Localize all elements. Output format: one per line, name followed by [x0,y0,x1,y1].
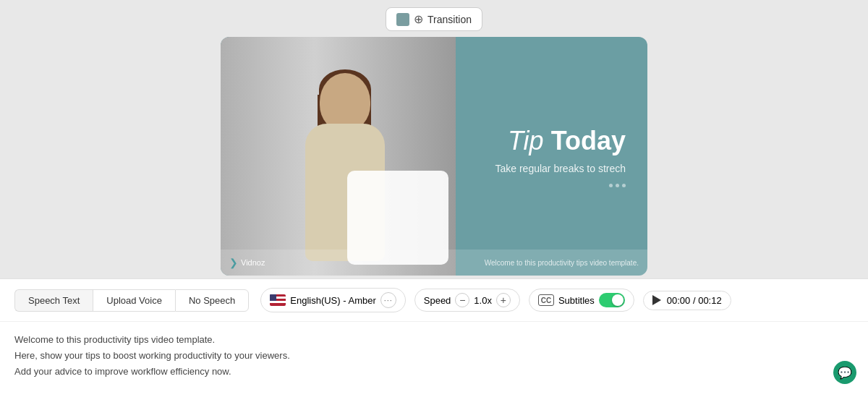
transition-button[interactable]: ⊕ Transition [386,7,482,31]
tip-italic: Tip [508,126,544,155]
brand-logo: ❯ Vidnoz [229,257,265,268]
transition-color-swatch [396,13,409,26]
speed-increase-button[interactable]: + [496,293,511,307]
preview-caption: Welcome to this productivity tips video … [485,259,639,267]
text-line-2: Here, show your tips to boost working pr… [14,348,854,364]
transition-arrow-icon: ⊕ [414,12,423,26]
subtitles-control: CC Subtitles [529,289,634,312]
slide-subtitle: Take regular breaks to strech [495,162,626,176]
tab-upload-voice[interactable]: Upload Voice [93,289,175,312]
dot-1 [609,184,613,187]
tip-title: Tip Today [495,125,626,156]
more-dots-icon: ··· [384,296,393,304]
speed-control: Speed − 1.0x + [414,289,520,312]
controls-group: English(US) - Amber ··· Speed − 1.0x + C… [260,288,731,312]
text-line-1: Welcome to this productivity tips video … [14,332,854,348]
cc-icon: CC [538,294,554,306]
presenter-area [221,37,456,276]
time-display: 00:00 / 00:12 [643,291,731,310]
transition-label: Transition [427,14,472,25]
language-selector[interactable]: English(US) - Amber ··· [260,288,405,312]
speed-label: Speed [424,295,451,306]
us-flag-icon [270,294,286,306]
speed-value: 1.0x [474,295,492,306]
minus-icon: − [459,294,465,306]
bottom-panel: Speech Text Upload Voice No Speech Engli… [0,278,868,405]
tab-speech-text[interactable]: Speech Text [14,289,93,312]
preview-bottom-bar: ❯ Vidnoz Welcome to this productivity ti… [221,250,647,276]
slide-text-area: Tip Today Take regular breaks to strech [495,125,626,187]
video-preview: Tip Today Take regular breaks to strech … [221,37,647,276]
tip-bold: Today [551,126,626,155]
time-value: 00:00 / 00:12 [667,295,722,306]
tab-no-speech[interactable]: No Speech [175,289,249,312]
language-label: English(US) - Amber [290,295,375,306]
dot-2 [616,184,619,187]
text-line-3: Add your advice to improve workflow effi… [14,364,854,380]
play-icon[interactable] [652,295,661,305]
brand-name: Vidnoz [241,258,265,267]
subtitles-label: Subtitles [558,295,595,306]
person-head [320,73,370,131]
plus-icon: + [501,294,506,306]
brand-chevron-icon: ❯ [229,257,238,268]
language-more-icon[interactable]: ··· [380,292,396,308]
subtitles-toggle[interactable] [599,293,625,307]
speech-text-content: Welcome to this productivity tips video … [0,322,868,390]
chat-icon: 💬 [838,363,852,383]
chat-support-button[interactable]: 💬 [833,361,856,384]
toggle-knob [612,294,624,306]
tabs-row: Speech Text Upload Voice No Speech Engli… [0,279,868,322]
dot-3 [622,184,626,187]
speed-decrease-button[interactable]: − [455,293,469,307]
dots-indicator [495,184,626,187]
